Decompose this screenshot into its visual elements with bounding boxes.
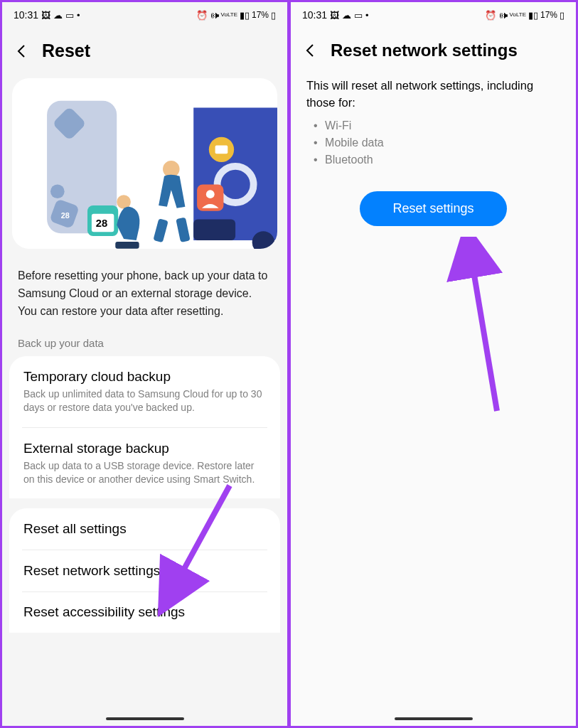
back-icon[interactable] <box>14 43 31 60</box>
home-indicator[interactable] <box>106 717 184 720</box>
item-sub: Back up data to a USB storage device. Re… <box>23 459 266 486</box>
svg-text:28: 28 <box>96 218 107 229</box>
description: This will reset all network settings, in… <box>291 77 576 112</box>
battery-pct: 17% <box>540 10 557 20</box>
svg-point-20 <box>206 190 215 198</box>
item-reset-accessibility-settings[interactable]: Reset accessibility settings <box>9 592 280 633</box>
annotation-arrow-icon <box>426 237 511 422</box>
reset-group: Reset all settings Reset network setting… <box>9 508 280 633</box>
home-indicator[interactable] <box>395 717 473 720</box>
status-bar: 10:31 🖼 ☁ ▭ • ⏰ 🕪 VoLTE ▮▯ 17% ▯ <box>291 2 576 28</box>
section-label: Back up your data <box>2 330 287 356</box>
bullet-bluetooth: Bluetooth <box>314 151 557 168</box>
svg-line-22 <box>470 250 497 411</box>
header: Reset network settings <box>291 28 576 77</box>
status-time: 10:31 <box>14 9 38 21</box>
item-title: Reset all settings <box>23 521 266 537</box>
bullet-wifi: Wi-Fi <box>314 117 557 134</box>
svg-rect-18 <box>176 217 190 242</box>
cloud-icon: ☁ <box>342 10 351 21</box>
page-title: Reset <box>42 41 90 61</box>
backup-group: Temporary cloud backup Back up unlimited… <box>9 356 280 498</box>
page-title: Reset network settings <box>331 41 518 60</box>
intro-text: Before resetting your phone, back up you… <box>2 249 287 330</box>
reset-settings-button[interactable]: Reset settings <box>360 191 506 226</box>
item-reset-all-settings[interactable]: Reset all settings <box>9 508 280 550</box>
wifi-icon: 🕪 <box>498 10 508 21</box>
phone-right: 10:31 🖼 ☁ ▭ • ⏰ 🕪 VoLTE ▮▯ 17% ▯ Reset n… <box>288 1 577 727</box>
svg-point-4 <box>50 184 65 198</box>
status-bar: 10:31 🖼 ☁ ▭ • ⏰ 🕪 VoLTE ▮▯ 17% ▯ <box>2 2 287 28</box>
alarm-icon: ⏰ <box>196 10 208 21</box>
cloud-icon: ☁ <box>53 10 63 21</box>
dot-icon: • <box>77 10 80 21</box>
volte-icon: VoLTE <box>221 12 237 18</box>
battery-pct: 17% <box>252 10 269 20</box>
bullet-mobile-data: Mobile data <box>314 134 557 151</box>
item-title: Reset accessibility settings <box>23 604 266 620</box>
item-title: Temporary cloud backup <box>23 369 266 385</box>
signal-icon: ▮▯ <box>240 10 250 21</box>
svg-text:28: 28 <box>61 211 70 220</box>
dot-icon: • <box>365 10 369 21</box>
alarm-icon: ⏰ <box>485 10 496 21</box>
svg-rect-7 <box>215 145 228 154</box>
back-icon[interactable] <box>302 42 319 59</box>
item-title: Reset network settings <box>23 563 266 579</box>
wifi-icon: 🕪 <box>210 10 219 21</box>
book-icon: ▭ <box>65 10 74 21</box>
img-icon: 🖼 <box>41 10 50 21</box>
svg-rect-9 <box>193 220 235 240</box>
item-title: External storage backup <box>23 441 266 456</box>
volte-icon: VoLTE <box>510 12 526 18</box>
svg-rect-15 <box>115 242 139 249</box>
item-temporary-cloud-backup[interactable]: Temporary cloud backup Back up unlimited… <box>9 356 280 427</box>
battery-icon: ▯ <box>271 10 276 21</box>
battery-icon: ▯ <box>560 10 564 21</box>
signal-icon: ▮▯ <box>528 10 538 21</box>
phone-left: 10:31 🖼 ☁ ▭ • ⏰ 🕪 VoLTE ▮▯ 17% ▯ Reset 2… <box>1 1 288 727</box>
item-reset-network-settings[interactable]: Reset network settings <box>9 550 280 592</box>
hero-illustration: 28 28 <box>12 78 277 249</box>
status-time: 10:31 <box>302 9 327 21</box>
bullet-list: Wi-Fi Mobile data Bluetooth <box>291 112 576 168</box>
img-icon: 🖼 <box>330 10 339 21</box>
item-sub: Back up unlimited data to Samsung Cloud … <box>23 387 266 414</box>
item-external-storage-backup[interactable]: External storage backup Back up data to … <box>9 428 280 499</box>
svg-rect-17 <box>153 218 168 242</box>
book-icon: ▭ <box>354 10 363 21</box>
header: Reset <box>2 28 287 78</box>
